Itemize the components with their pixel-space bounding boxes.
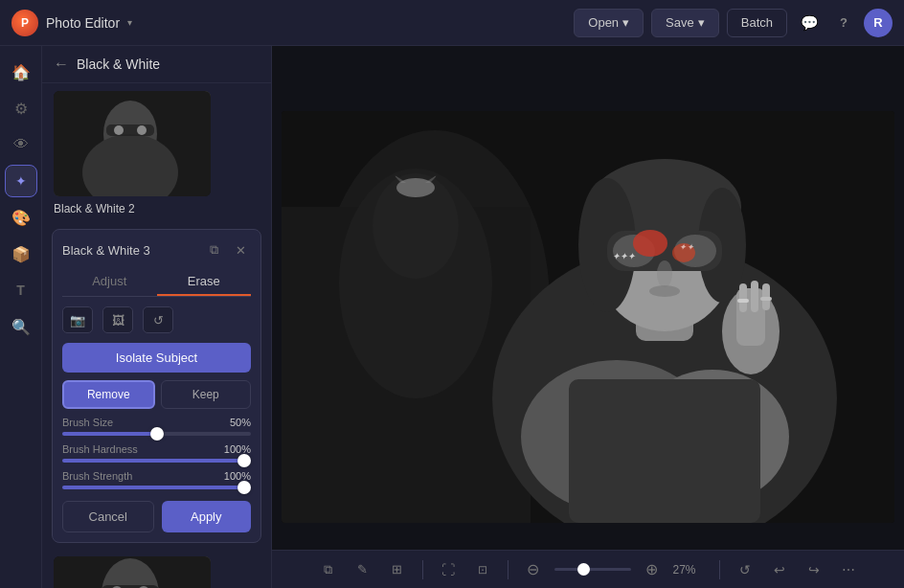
cancel-button[interactable]: Cancel — [62, 501, 154, 532]
save-chevron-icon: ▾ — [698, 15, 705, 30]
floating-panel-header: Black & White 3 ⧉ ✕ — [62, 239, 251, 260]
zoom-thumb[interactable] — [577, 563, 590, 576]
isolate-subject-button[interactable]: Isolate Subject — [62, 343, 251, 373]
svg-point-25 — [633, 230, 667, 257]
topbar-actions: 💬 ? R — [795, 9, 893, 37]
layers-icon-button[interactable]: ⧉ — [315, 556, 342, 583]
bottom-thumb-container: Black & White 4 — [42, 549, 271, 588]
brush-size-row: Brush Size 50% — [62, 417, 251, 436]
brush-strength-row: Brush Strength 100% — [62, 470, 251, 489]
toolbar-divider-3 — [719, 560, 720, 579]
panel-scroll: Black & White 2 Black & White 3 ⧉ ✕ Adju… — [42, 83, 271, 588]
bottom-thumb-item — [54, 556, 260, 588]
icon-bar-effects[interactable]: ✦ — [5, 165, 37, 197]
big-thumb-label: Black & White 2 — [42, 200, 271, 223]
apply-button[interactable]: Apply — [162, 501, 252, 532]
zoom-in-button[interactable]: ⊕ — [639, 556, 666, 583]
floating-panel-title: Black & White 3 — [62, 243, 150, 258]
reset-tool-icon[interactable]: ↺ — [143, 306, 173, 333]
svg-rect-3 — [106, 124, 154, 136]
camera-tool-icon[interactable]: 📷 — [62, 306, 93, 333]
tab-adjust[interactable]: Adjust — [62, 268, 157, 296]
batch-button[interactable]: Batch — [727, 9, 787, 37]
floating-panel-icons: ⧉ ✕ — [203, 239, 251, 260]
avatar[interactable]: R — [864, 9, 893, 37]
more-options-button[interactable]: ⋯ — [835, 556, 862, 583]
toolbar-divider-2 — [508, 560, 508, 579]
brush-size-slider[interactable] — [62, 432, 251, 436]
big-thumb-container: Black & White 2 — [42, 83, 271, 223]
grid-icon-button[interactable]: ⊞ — [384, 556, 411, 583]
remove-button[interactable]: Remove — [62, 380, 155, 409]
canvas-image[interactable]: ✦✦✦ ✦✦ — [282, 111, 894, 523]
brush-strength-slider[interactable] — [62, 486, 251, 489]
redo-button[interactable]: ↪ — [801, 556, 827, 583]
app-chevron-icon[interactable]: ▾ — [127, 17, 132, 28]
svg-rect-37 — [760, 297, 772, 301]
tool-icons-row: 📷 🖼 ↺ — [62, 305, 251, 335]
crop-button[interactable]: ⊡ — [469, 556, 496, 583]
zoom-percentage: 27% — [673, 563, 708, 577]
icon-bar-preview[interactable]: 👁 — [5, 128, 37, 161]
remove-keep-row: Remove Keep — [62, 380, 251, 409]
svg-point-29 — [657, 260, 672, 287]
svg-text:✦✦: ✦✦ — [679, 242, 694, 252]
left-panel: ← Black & White Black & W — [42, 46, 272, 588]
action-row: Cancel Apply — [62, 501, 251, 532]
keep-button[interactable]: Keep — [161, 380, 252, 409]
undo-button[interactable]: ↩ — [766, 556, 793, 583]
copy-icon-button[interactable]: ⧉ — [203, 239, 224, 260]
zoom-track[interactable] — [554, 568, 631, 571]
svg-rect-36 — [737, 299, 749, 303]
open-button[interactable]: Open ▾ — [574, 9, 644, 37]
svg-text:✦✦✦: ✦✦✦ — [612, 251, 636, 261]
main-area: 🏠 ⚙ 👁 ✦ 🎨 📦 T 🔍 ← Black & White — [0, 46, 904, 588]
svg-rect-34 — [751, 281, 758, 312]
icon-bar-palette[interactable]: 🎨 — [5, 201, 37, 234]
edit-icon-button[interactable]: ✎ — [350, 556, 376, 583]
small-thumbnail[interactable] — [54, 556, 211, 588]
close-icon-button[interactable]: ✕ — [230, 239, 251, 260]
help-icon-button[interactable]: ? — [829, 9, 858, 37]
brush-hardness-slider[interactable] — [62, 459, 251, 463]
save-button[interactable]: Save ▾ — [651, 9, 719, 37]
svg-rect-33 — [739, 283, 747, 312]
svg-rect-40 — [569, 379, 760, 523]
fit-screen-button[interactable]: ⛶ — [435, 556, 462, 583]
icon-bar-home[interactable]: 🏠 — [5, 56, 37, 88]
chat-icon-button[interactable]: 💬 — [795, 9, 824, 37]
floating-panel: Black & White 3 ⧉ ✕ Adjust Erase — [52, 229, 261, 543]
tab-erase[interactable]: Erase — [157, 268, 252, 296]
refresh-button[interactable]: ↺ — [732, 556, 758, 583]
big-thumbnail[interactable] — [54, 91, 211, 196]
svg-point-4 — [114, 125, 124, 135]
icon-bar-text[interactable]: T — [5, 274, 37, 306]
icon-bar-adjustments[interactable]: ⚙ — [5, 92, 37, 124]
topbar: P Photo Editor ▾ Open ▾ Save ▾ Batch 💬 ?… — [0, 0, 904, 46]
app-logo[interactable]: P — [11, 10, 38, 36]
open-chevron-icon: ▾ — [622, 15, 629, 30]
panel-title: Black & White — [77, 57, 160, 72]
icon-bar-search[interactable]: 🔍 — [5, 310, 37, 343]
canvas-area: ✦✦✦ ✦✦ — [272, 46, 904, 588]
tabs: Adjust Erase — [62, 268, 251, 297]
icon-bar: 🏠 ⚙ 👁 ✦ 🎨 📦 T 🔍 — [0, 46, 42, 588]
panel-back-button[interactable]: ← — [54, 56, 69, 73]
zoom-out-button[interactable]: ⊖ — [520, 556, 547, 583]
brush-hardness-row: Brush Hardness 100% — [62, 443, 251, 463]
panel-header: ← Black & White — [42, 46, 271, 83]
app-title: Photo Editor — [46, 15, 120, 31]
toolbar-divider — [422, 560, 423, 579]
canvas-toolbar: ⧉ ✎ ⊞ ⛶ ⊡ ⊖ ⊕ 27% ↺ ↩ ↪ ⋯ — [272, 550, 904, 588]
svg-point-5 — [137, 125, 147, 135]
zoom-slider-wrap — [554, 568, 631, 571]
svg-point-30 — [649, 285, 680, 297]
icon-bar-layers[interactable]: 📦 — [5, 237, 37, 270]
image-tool-icon[interactable]: 🖼 — [102, 306, 133, 333]
